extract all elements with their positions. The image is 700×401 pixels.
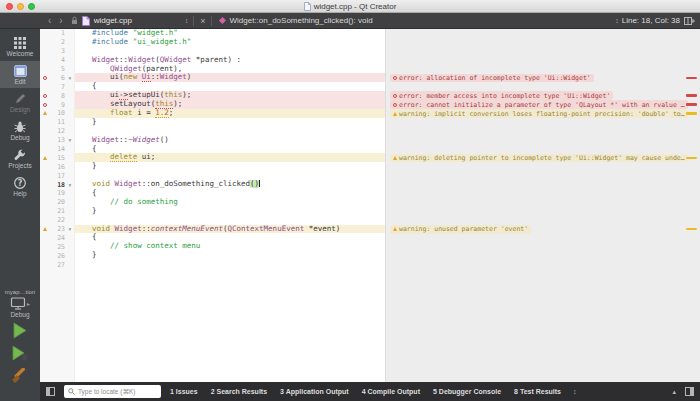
- back-button[interactable]: ‹: [44, 14, 55, 28]
- fold-arrow-icon[interactable]: ▾: [65, 225, 75, 233]
- code-line[interactable]: 13▾Widget::~Widget(): [40, 136, 385, 145]
- sidebar-mode-edit[interactable]: Edit: [0, 61, 40, 88]
- cursor-position-dropdown-icon[interactable]: ↕: [612, 17, 622, 24]
- code-line[interactable]: 14{: [40, 145, 385, 154]
- error-icon: [393, 94, 397, 98]
- code-line[interactable]: 17: [40, 171, 385, 180]
- code-line[interactable]: 12: [40, 127, 385, 136]
- code-line[interactable]: 26}: [40, 251, 385, 260]
- warning-gutter-icon[interactable]: [40, 156, 50, 160]
- output-pane-button[interactable]: 5 Debugger Console: [433, 388, 501, 395]
- inline-annotation[interactable]: error: cannot initialize a parameter of …: [390, 100, 688, 109]
- code-line[interactable]: 3: [40, 47, 385, 56]
- expand-output-pane-icon[interactable]: ▴: [672, 388, 676, 396]
- line-number: 15: [50, 154, 65, 162]
- document-dropdown-icon[interactable]: ↕: [182, 17, 192, 24]
- code-line[interactable]: 1#include "widget.h": [40, 29, 385, 38]
- code-line[interactable]: 6▾ ui(new Ui::Widget): [40, 73, 385, 82]
- output-pane-button[interactable]: 4 Compile Output: [362, 388, 420, 395]
- error-gutter-icon[interactable]: [40, 103, 50, 107]
- line-number: 16: [50, 163, 65, 171]
- code-line[interactable]: 11}: [40, 118, 385, 127]
- code-line[interactable]: 10 float i = 1.2;: [40, 109, 385, 118]
- run-button[interactable]: [12, 322, 28, 339]
- locator-input[interactable]: Type to locate (⌘K): [64, 385, 161, 398]
- pane-selector-icon[interactable]: ↕: [570, 388, 580, 395]
- cpp-file-icon: [82, 16, 90, 26]
- scrollbar-mark: [686, 112, 697, 115]
- inline-annotation[interactable]: error: member access into incomplete typ…: [390, 91, 613, 100]
- output-pane-button[interactable]: 2 Search Results: [211, 388, 267, 395]
- code-text: setLayout(this);: [75, 100, 385, 109]
- fold-arrow-icon[interactable]: ▾: [65, 136, 75, 144]
- code-line[interactable]: 23▾void Widget::contextMenuEvent(QContex…: [40, 225, 385, 234]
- code-line[interactable]: 5 QWidget(parent),: [40, 65, 385, 74]
- build-button[interactable]: [11, 368, 29, 387]
- document-icon: [304, 2, 311, 11]
- code-line[interactable]: 8 ui->setupUi(this);: [40, 91, 385, 100]
- sidebar-mode-debug[interactable]: Debug: [0, 117, 40, 144]
- code-line[interactable]: 18▾void Widget::on_doSomething_clicked(): [40, 180, 385, 189]
- scrollbar-mark: [686, 157, 697, 160]
- code-line[interactable]: 9 setLayout(this);: [40, 100, 385, 109]
- output-pane-button[interactable]: 3 Application Output: [280, 388, 349, 395]
- line-number: 7: [50, 83, 65, 91]
- code-text: QWidget(parent),: [75, 65, 385, 74]
- inline-annotation[interactable]: warning: deleting pointer to incomplete …: [390, 154, 688, 163]
- code-text: float i = 1.2;: [75, 109, 385, 118]
- code-line[interactable]: 21}: [40, 207, 385, 216]
- inline-annotation[interactable]: warning: unused parameter 'event': [390, 225, 531, 234]
- warning-gutter-icon[interactable]: [40, 227, 50, 231]
- code-text: }: [75, 162, 385, 171]
- code-text: [75, 47, 385, 56]
- inline-annotation[interactable]: warning: implicit conversion loses float…: [390, 109, 688, 118]
- project-name: myap…tion: [0, 289, 40, 295]
- line-number: 6: [50, 74, 65, 82]
- toggle-right-sidebar-icon[interactable]: [685, 387, 694, 396]
- mode-label: Edit: [14, 78, 25, 85]
- annotation-text: warning: unused parameter 'event': [399, 225, 528, 233]
- monitor-icon: [10, 297, 26, 310]
- symbol-selector[interactable]: Widget::on_doSomething_clicked(): void: [229, 16, 372, 25]
- code-line[interactable]: 7{: [40, 82, 385, 91]
- code-line[interactable]: 20 // do something: [40, 198, 385, 207]
- fold-arrow-icon[interactable]: ▾: [65, 181, 75, 189]
- code-text: {: [75, 82, 385, 91]
- code-text: }: [75, 207, 385, 216]
- line-number: 25: [50, 243, 65, 251]
- code-line[interactable]: 25 // show context menu: [40, 242, 385, 251]
- sidebar-mode-welcome[interactable]: Welcome: [0, 33, 40, 60]
- warning-gutter-icon[interactable]: [40, 111, 50, 115]
- split-editor-icon[interactable]: [684, 16, 695, 26]
- sidebar-mode-help[interactable]: ? Help: [0, 173, 40, 200]
- code-line[interactable]: 22: [40, 216, 385, 225]
- toggle-left-sidebar-icon[interactable]: [46, 387, 55, 396]
- code-line[interactable]: 24{: [40, 233, 385, 242]
- line-number: 8: [50, 92, 65, 100]
- open-document-selector[interactable]: widget.cpp: [94, 16, 182, 25]
- code-line[interactable]: 16}: [40, 162, 385, 171]
- inline-annotation[interactable]: error: allocation of incomplete type 'Ui…: [390, 74, 594, 83]
- code-line[interactable]: 2#include "ui_widget.h": [40, 38, 385, 47]
- code-line[interactable]: 19{: [40, 189, 385, 198]
- output-pane-button[interactable]: 8 Test Results: [514, 388, 561, 395]
- warning-icon: [393, 112, 397, 116]
- kit-selector[interactable]: ▸: [0, 297, 40, 310]
- debug-run-button[interactable]: [12, 345, 29, 362]
- code-line[interactable]: 15 delete ui;: [40, 153, 385, 162]
- output-pane-button[interactable]: 1 Issues: [170, 388, 198, 395]
- error-gutter-icon[interactable]: [40, 76, 50, 80]
- sidebar-mode-projects[interactable]: Projects: [0, 145, 40, 172]
- code-line[interactable]: 27: [40, 260, 385, 269]
- line-number: 3: [50, 47, 65, 55]
- fold-arrow-icon[interactable]: ▾: [65, 74, 75, 82]
- bug-icon: [14, 121, 26, 133]
- close-document-button[interactable]: ×: [196, 16, 209, 26]
- forward-button[interactable]: ›: [55, 14, 66, 28]
- line-number: 27: [50, 261, 65, 269]
- code-text: void Widget::on_doSomething_clicked(): [75, 180, 385, 189]
- pencil-icon: [14, 93, 26, 105]
- code-line[interactable]: 4Widget::Widget(QWidget *parent) :: [40, 56, 385, 65]
- code-editor[interactable]: 1#include "widget.h"2#include "ui_widget…: [40, 29, 700, 382]
- error-gutter-icon[interactable]: [40, 94, 50, 98]
